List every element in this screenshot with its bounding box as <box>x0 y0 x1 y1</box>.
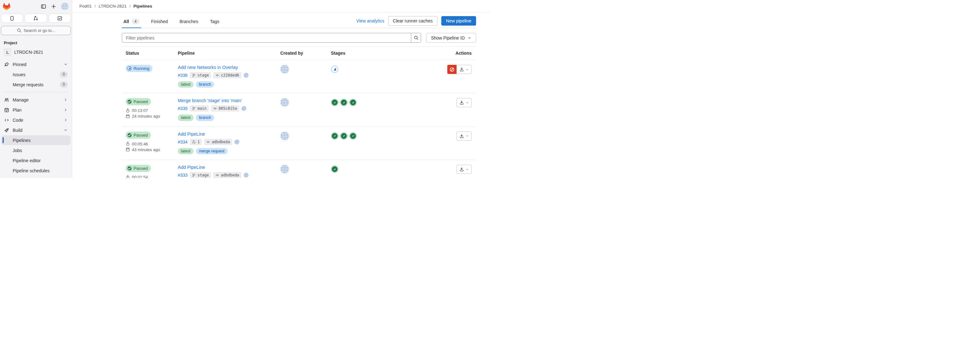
age-text: 43 minutes ago <box>132 147 160 152</box>
sidebar-item-pipeline-schedules[interactable]: Pipeline schedules <box>1 166 70 175</box>
creator-avatar[interactable] <box>280 98 289 107</box>
pipeline-title-link[interactable]: Merge branch 'stage' into 'main' <box>178 98 242 103</box>
download-artifacts-dropdown[interactable] <box>457 132 472 141</box>
commit-author-avatar[interactable] <box>241 106 247 111</box>
sidebar-item-plan[interactable]: Plan <box>1 105 70 115</box>
merge-request-icon <box>192 140 196 144</box>
status-badge[interactable]: Passed <box>126 98 151 105</box>
status-badge[interactable]: Running <box>126 65 153 72</box>
actions-cell <box>435 165 476 178</box>
clear-runner-caches-button[interactable]: Clear runner caches <box>388 16 438 25</box>
pipeline-title-link[interactable]: Add PipeLine <box>178 132 205 137</box>
show-pipeline-id-dropdown[interactable]: Show Pipeline ID <box>426 33 476 43</box>
label-branch: branch <box>196 114 214 121</box>
commit-author-avatar[interactable] <box>243 73 249 78</box>
ref-name: 1 <box>197 140 200 144</box>
manage-label: Manage <box>13 97 29 102</box>
pipeline-id-link[interactable]: #333 <box>178 173 188 178</box>
pipeline-id-link[interactable]: #335 <box>178 106 188 111</box>
pipeline-title-link[interactable]: Add PipeLine <box>178 165 205 170</box>
stage-passed-icon[interactable] <box>331 165 339 173</box>
pipeline-id-link[interactable]: #336 <box>178 73 188 78</box>
sidebar-item-pipelines[interactable]: Pipelines <box>1 135 70 145</box>
stage-passed-icon[interactable] <box>340 132 348 140</box>
stage-passed-icon[interactable] <box>349 99 357 106</box>
pipeline-title-link[interactable]: Add new Networks in Overlay <box>178 65 238 70</box>
view-analytics-link[interactable]: View analytics <box>356 18 384 24</box>
stage-passed-icon[interactable] <box>340 99 348 106</box>
tab-tags[interactable]: Tags <box>208 15 221 28</box>
stage-passed-icon[interactable] <box>331 99 339 106</box>
actions-cell <box>435 65 476 87</box>
sidebar-item-build[interactable]: Build <box>1 125 70 135</box>
download-artifacts-dropdown[interactable] <box>457 98 472 107</box>
commit-sha: 805c815a <box>219 106 237 111</box>
stage-running-icon[interactable] <box>331 65 339 73</box>
status-badge[interactable]: Passed <box>126 132 151 139</box>
breadcrumb-group[interactable]: Pod01 <box>80 4 92 8</box>
commit-chip[interactable]: adbdbeda <box>213 172 241 178</box>
ref-chip[interactable]: stage <box>190 172 211 178</box>
tab-branches[interactable]: Branches <box>178 15 200 28</box>
commit-icon <box>215 173 219 177</box>
sidebar-item-pipeline-editor[interactable]: Pipeline editor <box>1 156 70 165</box>
creator-avatar[interactable] <box>280 132 289 140</box>
ref-name: main <box>197 106 207 111</box>
breadcrumb-project[interactable]: LTRDCN-2621 <box>99 4 127 8</box>
create-new-button[interactable] <box>51 4 56 9</box>
sidebar-item-jobs[interactable]: Jobs <box>1 145 70 155</box>
sidebar-item-manage[interactable]: Manage <box>1 95 70 105</box>
merge-requests-shortcut-button[interactable] <box>25 14 47 23</box>
branch-icon <box>192 106 196 110</box>
table-row: Passed 00:05:46 43 minutes ago <box>122 127 476 160</box>
todo-shortcut-button[interactable] <box>49 14 71 23</box>
sidebar-item-pinned[interactable]: Pinned <box>1 59 70 69</box>
download-artifacts-dropdown[interactable] <box>457 65 472 74</box>
tab-all[interactable]: All 4 <box>122 15 141 28</box>
new-pipeline-button[interactable]: New pipeline <box>441 16 476 25</box>
gitlab-logo[interactable] <box>3 3 10 10</box>
creator-avatar[interactable] <box>280 165 289 173</box>
filter-search-button[interactable] <box>411 33 421 42</box>
sidebar-item-merge-requests[interactable]: Merge requests 0 <box>1 79 70 89</box>
commit-chip[interactable]: 805c815a <box>211 105 239 111</box>
cancel-icon <box>450 67 455 72</box>
calendar-icon <box>126 147 130 152</box>
stage-passed-icon[interactable] <box>331 132 339 140</box>
super-sidebar: Search or go to... Project L LTRDCN-2621… <box>0 0 72 178</box>
merge-request-chip[interactable]: 1 <box>190 139 202 145</box>
duration-line: 00:05:46 <box>126 141 174 146</box>
stage-passed-icon[interactable] <box>349 132 357 140</box>
branch-icon <box>192 73 196 77</box>
commit-chip[interactable]: adbdbeda <box>204 139 232 145</box>
ref-chip[interactable]: main <box>190 105 209 111</box>
col-header-pipeline: Pipeline <box>174 51 277 56</box>
cancel-pipeline-button[interactable] <box>447 65 457 74</box>
status-badge[interactable]: Passed <box>126 165 151 172</box>
status-text: Running <box>134 66 149 71</box>
search-or-go-to[interactable]: Search or go to... <box>1 26 71 35</box>
pipeline-id-row: #336 stage c228ded6 <box>178 72 277 78</box>
branch-icon <box>192 173 196 177</box>
commit-author-avatar[interactable] <box>243 173 249 178</box>
sidebar-item-issues[interactable]: Issues 0 <box>1 70 70 79</box>
commit-icon <box>213 106 217 110</box>
tab-finished[interactable]: Finished <box>150 15 170 28</box>
status-passed-icon <box>127 133 132 138</box>
ref-chip[interactable]: stage <box>190 72 211 78</box>
issues-shortcut-button[interactable] <box>1 14 23 23</box>
commit-chip[interactable]: c228ded6 <box>213 72 241 78</box>
user-avatar[interactable] <box>61 3 68 10</box>
sidebar-toggle-button[interactable] <box>41 4 46 9</box>
download-artifacts-dropdown[interactable] <box>457 165 472 174</box>
timer-icon <box>126 141 130 146</box>
commit-author-avatar[interactable] <box>234 140 239 145</box>
label-latest: latest <box>178 81 194 87</box>
pin-icon <box>4 62 9 67</box>
filter-pipelines-input[interactable] <box>122 33 411 42</box>
project-item[interactable]: L LTRDCN-2621 <box>1 48 70 57</box>
creator-avatar[interactable] <box>280 65 289 74</box>
sidebar-item-code[interactable]: Code <box>1 115 70 125</box>
sidebar-item-artifacts[interactable]: Artifacts <box>1 176 70 178</box>
pipeline-id-link[interactable]: #334 <box>178 140 188 145</box>
